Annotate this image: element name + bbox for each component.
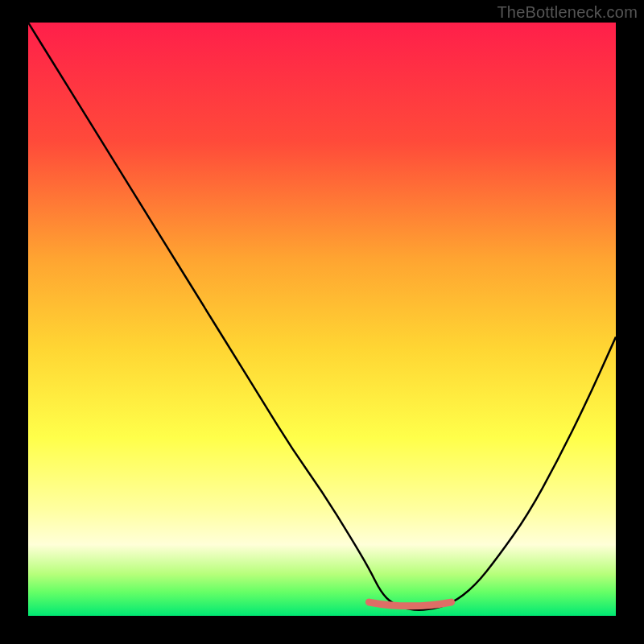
curve-bottom-segment (369, 602, 451, 606)
bottleneck-chart (28, 23, 616, 616)
plot-area (28, 23, 616, 616)
chart-background-gradient (28, 23, 616, 616)
watermark-text: TheBottleneck.com (497, 3, 638, 22)
